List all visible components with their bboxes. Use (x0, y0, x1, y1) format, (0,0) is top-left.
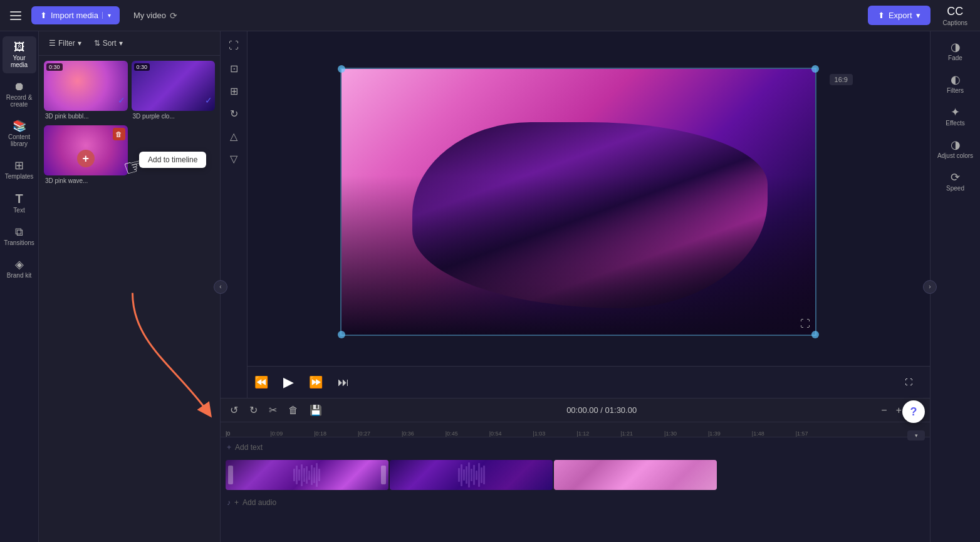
fade-icon: ◑ (951, 41, 961, 53)
video-clip-3[interactable] (554, 460, 717, 490)
filter-label: Filter (58, 39, 75, 48)
undo-button[interactable]: ↺ (227, 402, 241, 418)
sidebar-item-record-create[interactable]: ⏺ Record & create (3, 76, 36, 113)
adjust-colors-icon: ◑ (951, 139, 961, 150)
sidebar-item-templates[interactable]: ⊞ Templates (3, 155, 36, 185)
sort-button[interactable]: ⇅ Sort ▾ (90, 36, 127, 50)
right-tool-effects[interactable]: ✦ Effects (934, 102, 977, 132)
handle-bottom-right[interactable] (811, 331, 819, 338)
media-grid: 0:30 ✓ 3D pink bubbl... 0:30 ✓ 3D purple… (39, 56, 220, 191)
brand-label: Brand kit (7, 272, 31, 279)
filter-dropdown-arrow: ▾ (78, 39, 81, 48)
sidebar-item-brand[interactable]: ◈ Brand kit (3, 254, 36, 284)
filter-button[interactable]: ☰ Filter ▾ (45, 36, 85, 50)
redo-button[interactable]: ↻ (246, 402, 261, 418)
help-button[interactable]: ? (902, 400, 925, 423)
clip-1-right-handle[interactable] (381, 466, 386, 484)
add-text-icon: + (227, 443, 231, 452)
media-item-1[interactable]: 0:30 ✓ 3D pink bubbl... (44, 61, 128, 122)
collapse-media-panel-button[interactable]: ‹ (214, 280, 227, 294)
sidebar-item-transitions[interactable]: ⧉ Transitions (3, 221, 36, 251)
rotate-button[interactable]: ↻ (224, 104, 243, 123)
ruler-mark-112: |1:12 (576, 430, 589, 437)
add-to-timeline-plus: + (77, 150, 95, 167)
my-video-status-icon: ⟳ (170, 11, 177, 21)
crop-button[interactable]: ⊡ (224, 59, 243, 78)
add-text-track[interactable]: + Add text (221, 437, 930, 457)
content-library-label: Content library (5, 133, 34, 147)
right-tool-adjust-colors[interactable]: ◑ Adjust colors (934, 134, 977, 164)
video-track-row (221, 457, 930, 492)
flip-h-button[interactable]: △ (224, 127, 243, 145)
effects-icon: ✦ (951, 107, 960, 118)
add-text-label: Add text (235, 443, 263, 452)
captions-button[interactable]: CC Captions (938, 3, 972, 29)
export-button[interactable]: ⬆ Export ▾ (868, 6, 930, 25)
play-pause-button[interactable]: ▶ (281, 372, 296, 393)
right-tool-speed[interactable]: ⟳ Speed (934, 167, 977, 197)
handle-bottom-left[interactable] (338, 331, 345, 338)
skip-to-end-button[interactable]: ⏭ (335, 373, 352, 392)
ruler-mark-27: |0:27 (358, 430, 370, 437)
center-area: ⛶ ⊡ ⊞ ↻ △ ▽ 16:9 ⛶ (221, 31, 930, 542)
timeline-toolbar: ↺ ↻ ✂ 🗑 💾 00:00.00 / 01:30.00 − + ⛶ (221, 399, 930, 422)
ruler-mark-148: |1:48 (752, 430, 764, 437)
media-item-3[interactable]: 🗑 + 3D pink wave... (44, 125, 128, 186)
import-media-button[interactable]: ⬆ Import media ▾ (31, 6, 120, 24)
sidebar-item-content-library[interactable]: 📚 Content library (3, 115, 36, 152)
sidebar-item-your-media[interactable]: 🖼 Your media (3, 36, 36, 73)
ruler-mark-0: |0 (226, 430, 230, 437)
preview-container: 16:9 ⛶ (221, 31, 930, 366)
filters-label: Filters (947, 87, 964, 94)
my-video-tab[interactable]: My video ⟳ (127, 7, 184, 24)
your-media-label: Your media (5, 55, 34, 68)
media-label-1: 3D pink bubbl... (44, 111, 128, 122)
rewind-button[interactable]: ⏪ (252, 373, 271, 392)
sidebar-item-text[interactable]: T Text (3, 187, 36, 219)
right-tool-fade[interactable]: ◑ Fade (934, 36, 977, 66)
playback-controls: ⏮ ⏪ ▶ ⏩ ⏭ ⛶ (221, 366, 930, 398)
ruler-mark-103: |1:03 (533, 430, 546, 437)
fullscreen-toggle[interactable]: ⛶ (362, 378, 925, 387)
ruler-mark-9: |0:09 (270, 430, 283, 437)
resize-button[interactable]: ⊞ (224, 81, 243, 100)
video-area: ⛶ ⊡ ⊞ ↻ △ ▽ 16:9 ⛶ (221, 31, 930, 398)
right-tool-filters[interactable]: ◐ Filters (934, 69, 977, 99)
fast-forward-button[interactable]: ⏩ (306, 373, 325, 392)
flip-v-button[interactable]: ▽ (224, 149, 243, 168)
add-audio-icon: ♪ (227, 498, 231, 507)
media-item-2[interactable]: 0:30 ✓ 3D purple clo... (132, 61, 216, 122)
sort-label: Sort (103, 39, 117, 48)
zoom-out-button[interactable]: − (878, 403, 890, 418)
add-audio-track[interactable]: ♪ + Add audio (221, 492, 930, 513)
expand-down-button[interactable]: ▾ (907, 430, 925, 440)
video-clip-1[interactable] (226, 460, 388, 490)
fullscreen-button[interactable]: ⛶ (800, 318, 810, 330)
right-sidebar: ◑ Fade ◐ Filters ✦ Effects ◑ Adjust colo… (930, 31, 980, 542)
speed-label: Speed (946, 185, 964, 192)
ruler-mark-18: |0:18 (314, 430, 326, 437)
filters-icon: ◐ (951, 74, 961, 85)
add-to-timeline-tooltip: Add to timeline (139, 152, 206, 168)
cc-icon: CC (947, 5, 963, 18)
adjust-colors-label: Adjust colors (937, 152, 973, 159)
hamburger-menu[interactable] (8, 9, 24, 23)
ruler-mark-36: |0:36 (402, 430, 414, 437)
media-badge-1: 0:30 (46, 63, 63, 71)
clip-1-left-handle[interactable] (228, 466, 233, 484)
handle-top-right[interactable] (811, 65, 819, 73)
left-sidebar: 🖼 Your media ⏺ Record & create 📚 Content… (0, 31, 39, 542)
templates-label: Templates (5, 173, 34, 180)
import-dropdown-arrow: ▾ (102, 12, 111, 19)
templates-icon: ⊞ (14, 160, 24, 171)
fade-label: Fade (948, 55, 962, 61)
handle-top-left[interactable] (338, 65, 345, 73)
fit-to-frame-button[interactable]: ⛶ (224, 36, 243, 55)
collapse-right-panel-button[interactable]: › (923, 280, 937, 294)
your-media-icon: 🖼 (14, 41, 25, 53)
save-button[interactable]: 💾 (306, 402, 325, 418)
video-clip-2[interactable] (390, 460, 553, 490)
delete-button[interactable]: 🗑 (285, 403, 301, 418)
media-delete-button-3[interactable]: 🗑 (113, 128, 125, 140)
cut-button[interactable]: ✂ (266, 402, 280, 418)
